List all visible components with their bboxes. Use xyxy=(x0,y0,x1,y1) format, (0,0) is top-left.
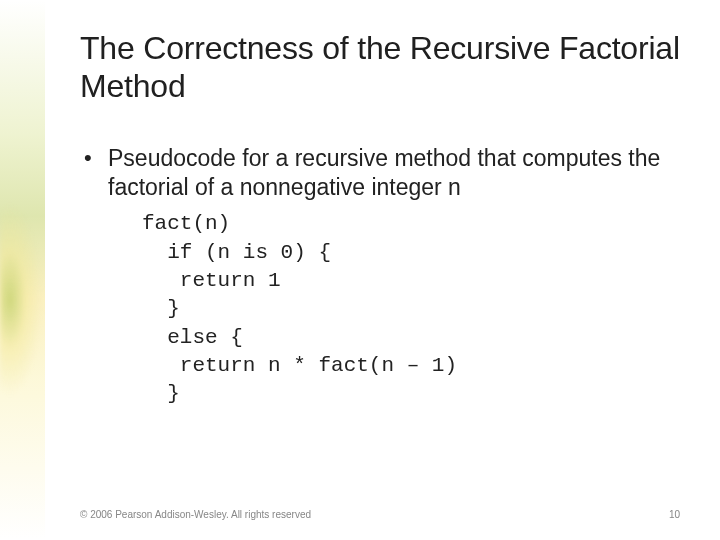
copyright-text: © 2006 Pearson Addison-Wesley. All right… xyxy=(80,509,311,520)
slide: The Correctness of the Recursive Factori… xyxy=(0,0,720,540)
slide-body: Pseudocode for a recursive method that c… xyxy=(80,144,680,409)
bullet-text: Pseudocode for a recursive method that c… xyxy=(108,145,660,200)
page-number: 10 xyxy=(669,509,680,520)
pseudocode-block: fact(n) if (n is 0) { return 1 } else { … xyxy=(142,210,680,408)
bullet-item: Pseudocode for a recursive method that c… xyxy=(108,144,680,409)
slide-title: The Correctness of the Recursive Factori… xyxy=(80,30,680,106)
bullet-list: Pseudocode for a recursive method that c… xyxy=(80,144,680,409)
slide-footer: © 2006 Pearson Addison-Wesley. All right… xyxy=(80,509,680,520)
